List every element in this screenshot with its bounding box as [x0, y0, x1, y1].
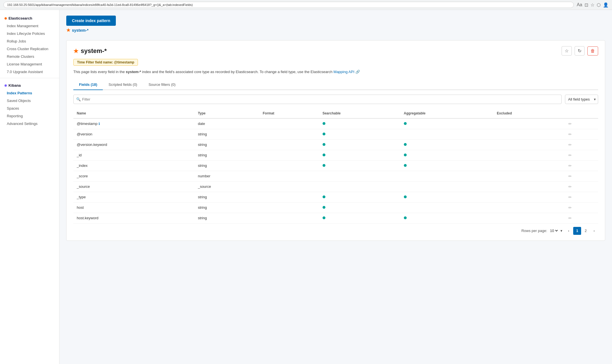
- cell-excluded-6: [493, 181, 565, 192]
- browser-bar: 192.168.50.25:5601/app/kibana#/managemen…: [0, 0, 612, 10]
- page-prev-button[interactable]: ‹: [565, 227, 573, 235]
- sidebar-item-reporting[interactable]: Reporting: [0, 112, 59, 120]
- searchable-dot-7: [323, 195, 325, 198]
- cell-type-3: string: [195, 150, 259, 160]
- edit-button-7[interactable]: ✏: [568, 195, 572, 199]
- col-header-searchable: Searchable: [319, 108, 400, 118]
- mapping-api-link[interactable]: Mapping API: [334, 70, 355, 74]
- edit-button-8[interactable]: ✏: [568, 205, 572, 210]
- cell-name-7: _type: [73, 192, 195, 202]
- sidebar-item-remote-clusters[interactable]: Remote Clusters: [0, 53, 59, 60]
- field-type-wrap: All field types: [565, 95, 598, 104]
- rows-per-page: Rows per page: 10 ▾: [521, 228, 562, 233]
- kibana-label: Kibana: [8, 83, 21, 88]
- edit-button-3[interactable]: ✏: [568, 153, 572, 157]
- current-pattern[interactable]: ★ system-*: [66, 26, 605, 35]
- cell-edit-0: ✏: [565, 118, 598, 129]
- description-part2: index and the field's associated core ty…: [141, 70, 333, 74]
- share-icon[interactable]: ⬡: [597, 2, 601, 8]
- create-btn-area: Create index pattern ★ system-*: [66, 16, 605, 35]
- info-icon-0[interactable]: ℹ: [99, 122, 100, 126]
- sidebar-item-spaces[interactable]: Spaces: [0, 105, 59, 112]
- col-header-format: Format: [259, 108, 319, 118]
- edit-button-0[interactable]: ✏: [568, 122, 572, 126]
- reader-icon: ⊡: [585, 2, 588, 8]
- searchable-dot-4: [323, 164, 325, 167]
- cell-name-4: _index: [73, 160, 195, 171]
- tab-scripted-fields[interactable]: Scripted fields (0): [103, 80, 143, 90]
- delete-button[interactable]: 🗑: [587, 46, 598, 56]
- cell-searchable-3: [319, 150, 400, 160]
- url-bar[interactable]: 192.168.50.25:5601/app/kibana#/managemen…: [3, 2, 574, 8]
- cell-format-4: [259, 160, 319, 171]
- table-row: host.keywordstring✏: [73, 213, 598, 223]
- sidebar-item-index-management[interactable]: Index Management: [0, 22, 59, 30]
- rows-per-page-select[interactable]: 10: [549, 228, 559, 233]
- tab-fields[interactable]: Fields (18): [73, 80, 103, 90]
- current-pattern-label: system-*: [72, 28, 88, 33]
- cell-aggregatable-3: [400, 150, 493, 160]
- cell-searchable-2: [319, 139, 400, 150]
- sidebar-item-cross-cluster-replication[interactable]: Cross Cluster Replication: [0, 45, 59, 53]
- filter-row: 🔍 All field types: [73, 95, 598, 104]
- profile-icon[interactable]: 👤: [603, 2, 609, 8]
- edit-button-5[interactable]: ✏: [568, 174, 572, 178]
- description-bold: system-*: [126, 70, 141, 74]
- edit-button-6[interactable]: ✏: [568, 184, 572, 189]
- table-row: @versionstring✏: [73, 129, 598, 139]
- cell-format-6: [259, 181, 319, 192]
- searchable-dot-3: [323, 154, 325, 156]
- edit-button-4[interactable]: ✏: [568, 163, 572, 168]
- cell-type-8: string: [195, 202, 259, 213]
- cell-aggregatable-6: [400, 181, 493, 192]
- tab-source-filters[interactable]: Source filters (0): [143, 80, 181, 90]
- sidebar-item-license-management[interactable]: License Management: [0, 60, 59, 68]
- cell-excluded-7: [493, 192, 565, 202]
- searchable-dot-0: [323, 122, 325, 125]
- sidebar-item-rollup-jobs[interactable]: Rollup Jobs: [0, 37, 59, 45]
- edit-button-9[interactable]: ✏: [568, 216, 572, 220]
- cell-aggregatable-9: [400, 213, 493, 223]
- page-2-button[interactable]: 2: [582, 227, 590, 235]
- table-row: @timestampℹdate✏: [73, 118, 598, 129]
- edit-button-1[interactable]: ✏: [568, 132, 572, 137]
- cell-format-8: [259, 202, 319, 213]
- edit-button-2[interactable]: ✏: [568, 142, 572, 147]
- tabs: Fields (18) Scripted fields (0) Source f…: [73, 80, 598, 90]
- cell-type-7: string: [195, 192, 259, 202]
- kibana-section[interactable]: Kibana: [0, 80, 59, 89]
- cell-name-3: _id: [73, 150, 195, 160]
- favorite-button[interactable]: ☆: [562, 46, 572, 56]
- filter-input[interactable]: [73, 95, 562, 104]
- cell-excluded-0: [493, 118, 565, 129]
- cell-name-8: host: [73, 202, 195, 213]
- detail-panel: ★ system-* ☆ ↻ 🗑 Time Filter field name:…: [66, 40, 605, 241]
- index-pattern-title: system-*: [81, 47, 107, 55]
- field-type-select[interactable]: All field types: [565, 95, 598, 104]
- current-pattern-star: ★: [66, 27, 70, 33]
- cell-aggregatable-0: [400, 118, 493, 129]
- cell-format-9: [259, 213, 319, 223]
- refresh-button[interactable]: ↻: [575, 46, 585, 56]
- sidebar-item-saved-objects[interactable]: Saved Objects: [0, 97, 59, 105]
- detail-header: ★ system-* ☆ ↻ 🗑: [73, 46, 598, 56]
- aggregatable-dot-7: [404, 195, 407, 198]
- sidebar-item-upgrade-assistant[interactable]: 7.0 Upgrade Assistant: [0, 68, 59, 76]
- cell-searchable-7: [319, 192, 400, 202]
- aggregatable-dot-3: [404, 154, 407, 156]
- star-icon[interactable]: ☆: [590, 2, 594, 8]
- elasticsearch-section[interactable]: Elasticsearch: [0, 13, 59, 22]
- elasticsearch-label: Elasticsearch: [8, 16, 32, 20]
- sidebar-item-index-patterns[interactable]: Index Patterns: [0, 89, 59, 97]
- cell-excluded-4: [493, 160, 565, 171]
- cell-type-1: string: [195, 129, 259, 139]
- sidebar-item-index-lifecycle-policies[interactable]: Index Lifecycle Policies: [0, 30, 59, 37]
- page-next-button[interactable]: ›: [590, 227, 598, 235]
- cell-edit-4: ✏: [565, 160, 598, 171]
- cell-edit-5: ✏: [565, 171, 598, 181]
- page-1-button[interactable]: 1: [573, 227, 581, 235]
- table-row: hoststring✏: [73, 202, 598, 213]
- sidebar-item-advanced-settings[interactable]: Advanced Settings: [0, 120, 59, 127]
- cell-aggregatable-1: [400, 129, 493, 139]
- create-index-pattern-button[interactable]: Create index pattern: [66, 16, 116, 26]
